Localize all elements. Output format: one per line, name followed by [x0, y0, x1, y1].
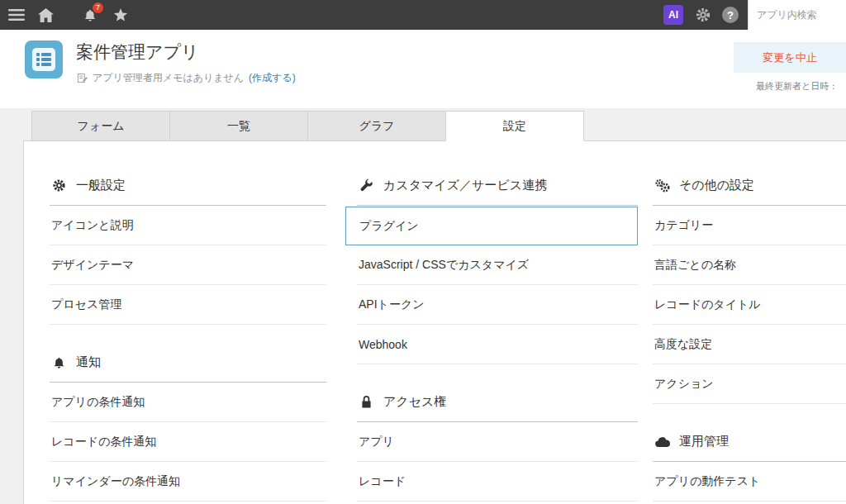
hamburger-menu-icon[interactable]	[8, 8, 25, 21]
section-customize-integration: カスタマイズ／サービス連携 プラグイン JavaScript / CSSでカスタ…	[357, 178, 638, 364]
settings-item-app-permissions[interactable]: アプリ	[357, 422, 638, 462]
cancel-changes-button[interactable]: 変更を中止	[734, 42, 846, 73]
settings-item-record-title[interactable]: レコードのタイトル	[653, 285, 846, 325]
settings-item-record-condition-notification[interactable]: レコードの条件通知	[50, 422, 326, 462]
section-other-settings: その他の設定 カテゴリー 言語ごとの名称 レコードのタイトル 高度な設定 アクシ…	[653, 178, 846, 404]
tab-list[interactable]: 一覧	[169, 111, 308, 141]
section-header: その他の設定	[653, 178, 846, 206]
settings-item-webhook[interactable]: Webhook	[357, 325, 638, 364]
section-general-settings: 一般設定 アイコンと説明 デザインテーマ プロセス管理	[50, 178, 326, 325]
app-header: 案件管理アプリ アプリ管理者用メモはありません (作成する) 変更を中止 最終更…	[0, 30, 846, 108]
app-tabs: フォーム 一覧 グラフ 設定	[31, 111, 583, 141]
settings-panel: 一般設定 アイコンと説明 デザインテーマ プロセス管理 通知 アプリの条件通知 …	[23, 140, 846, 504]
settings-column-2: カスタマイズ／サービス連携 プラグイン JavaScript / CSSでカスタ…	[357, 178, 638, 504]
section-title: その他の設定	[679, 178, 754, 193]
settings-column-1: 一般設定 アイコンと説明 デザインテーマ プロセス管理 通知 アプリの条件通知 …	[50, 178, 326, 504]
section-header: 運用管理	[653, 434, 846, 462]
section-header: カスタマイズ／サービス連携	[357, 178, 638, 206]
tab-settings[interactable]: 設定	[445, 111, 584, 141]
section-title: 一般設定	[76, 178, 126, 193]
notifications-bell-icon[interactable]: 7	[83, 8, 97, 22]
settings-item-js-css-customize[interactable]: JavaScript / CSSでカスタマイズ	[357, 245, 638, 285]
section-header: アクセス権	[357, 394, 638, 422]
admin-memo-row: アプリ管理者用メモはありません (作成する)	[77, 71, 296, 85]
section-title: アクセス権	[383, 394, 446, 410]
section-operations-management: 運用管理 アプリの動作テスト	[653, 434, 846, 502]
settings-item-reminder-notification[interactable]: リマインダーの条件通知	[50, 462, 326, 502]
settings-item-design-theme[interactable]: デザインテーマ	[50, 245, 326, 285]
search-input[interactable]	[757, 9, 846, 21]
last-updated-label: 最終更新者と日時：	[756, 80, 845, 93]
ai-icon[interactable]: AI	[663, 5, 683, 25]
section-title: 運用管理	[679, 434, 729, 449]
section-access-rights: アクセス権 アプリ レコード	[357, 394, 638, 502]
wrench-icon	[359, 178, 374, 193]
settings-item-icon-and-description[interactable]: アイコンと説明	[50, 206, 326, 245]
settings-item-category[interactable]: カテゴリー	[653, 206, 846, 245]
memo-text: アプリ管理者用メモはありません	[93, 71, 244, 85]
section-header: 一般設定	[50, 178, 326, 206]
lock-icon	[359, 395, 374, 409]
settings-item-process-management[interactable]: プロセス管理	[50, 285, 326, 325]
settings-item-app-condition-notification[interactable]: アプリの条件通知	[50, 383, 326, 422]
settings-item-per-language-name[interactable]: 言語ごとの名称	[653, 245, 846, 285]
home-icon[interactable]	[38, 8, 54, 22]
help-icon[interactable]: ?	[722, 7, 739, 23]
star-icon[interactable]	[113, 8, 128, 22]
notification-badge: 7	[93, 2, 103, 13]
gears-icon	[654, 178, 670, 193]
section-notifications: 通知 アプリの条件通知 レコードの条件通知 リマインダーの条件通知	[50, 354, 326, 502]
section-header: 通知	[50, 354, 326, 383]
cloud-icon	[654, 436, 670, 448]
section-title: カスタマイズ／サービス連携	[383, 178, 547, 193]
tab-form[interactable]: フォーム	[31, 111, 170, 141]
app-search-box	[748, 0, 846, 30]
gear-icon	[51, 178, 67, 193]
tab-graph[interactable]: グラフ	[307, 111, 446, 141]
topbar: 7 AI ?	[0, 0, 846, 30]
bell-icon	[51, 356, 67, 369]
settings-item-advanced-settings[interactable]: 高度な設定	[653, 325, 846, 364]
settings-column-3: その他の設定 カテゴリー 言語ごとの名称 レコードのタイトル 高度な設定 アクシ…	[653, 178, 846, 504]
page-title: 案件管理アプリ	[76, 40, 198, 64]
create-memo-link[interactable]: (作成する)	[249, 71, 296, 85]
memo-icon	[77, 73, 88, 83]
settings-item-action[interactable]: アクション	[653, 364, 846, 404]
settings-item-api-token[interactable]: APIトークン	[357, 285, 638, 325]
gear-icon[interactable]	[695, 7, 711, 23]
settings-item-app-test[interactable]: アプリの動作テスト	[653, 462, 846, 502]
settings-item-plugin[interactable]: プラグイン	[345, 207, 638, 245]
section-title: 通知	[76, 354, 101, 370]
app-icon	[25, 40, 63, 78]
settings-item-record-permissions[interactable]: レコード	[357, 462, 638, 502]
